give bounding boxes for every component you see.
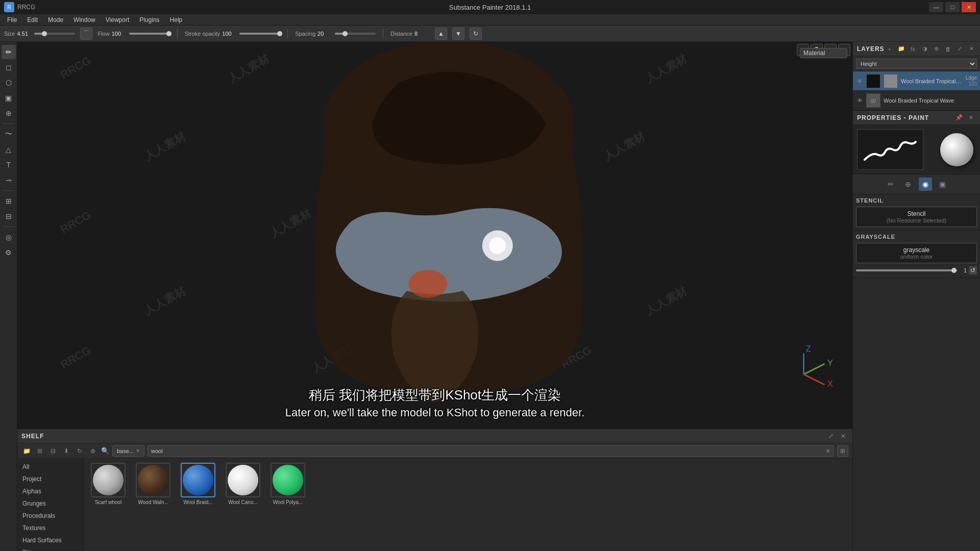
menu-file[interactable]: File — [2, 15, 22, 24]
eyedropper-tool[interactable]: ⊸ — [2, 173, 16, 187]
prop-pin-btn[interactable]: 📌 — [954, 113, 964, 123]
toolbar: Size 4.51 ⌒ Flow 100 Stroke opacity 100 … — [0, 26, 980, 42]
spacing-value: 20 — [317, 31, 333, 37]
brush-settings-btn[interactable]: ⌒ — [80, 28, 92, 40]
layers-expand-btn[interactable]: ⤢ — [955, 44, 965, 54]
search-folder-btn[interactable]: 📁 — [21, 446, 32, 456]
shelf-expand-btn[interactable]: ⤢ — [826, 431, 836, 441]
search-add-btn[interactable]: ⊞ — [35, 446, 45, 456]
shelf-item-wood-label: Wood Waln... — [138, 499, 168, 505]
search-refresh-btn[interactable]: ↻ — [75, 446, 85, 456]
annotation-tool[interactable]: ◎ — [2, 230, 16, 244]
prop-close-btn[interactable]: ✕ — [966, 113, 976, 123]
cat-procedurals[interactable]: Procedurals — [17, 510, 83, 522]
layer-2-info: Wool Braided Tropical Wave — [884, 97, 977, 104]
search-clear-btn[interactable]: ✕ — [825, 447, 830, 455]
grayscale-reset-btn[interactable]: ↺ — [969, 266, 977, 274]
paint-brush-tool[interactable]: ✏ — [2, 45, 16, 59]
layers-folder-btn[interactable]: 📁 — [896, 44, 906, 54]
layers-trash-btn[interactable]: 🗑 — [943, 44, 953, 54]
logo-text: RRCG — [17, 4, 35, 11]
geometric-tool[interactable]: △ — [2, 142, 16, 157]
search-tab-close[interactable]: ✕ — [136, 448, 140, 454]
search-input-wrap[interactable]: ✕ — [148, 445, 834, 457]
shelf-item-scarf[interactable]: Scarf whool — [88, 463, 129, 505]
menu-mode[interactable]: Mode — [43, 15, 68, 24]
layer-1-right: Ldge 100 — [966, 75, 977, 87]
menu-window[interactable]: Window — [68, 15, 101, 24]
layers-fx-btn[interactable]: fx — [908, 44, 918, 54]
search-filter-btn[interactable]: ⊞ — [837, 445, 848, 457]
grayscale-slider[interactable] — [856, 269, 958, 271]
search-tab-base[interactable]: base... ✕ — [112, 445, 144, 457]
layers-close-btn[interactable]: ✕ — [967, 44, 977, 54]
layer-item-1[interactable]: 👁 Wool Braided Tropical Wave Ldge 100 — [853, 71, 980, 91]
flow-slider[interactable] — [129, 33, 170, 35]
distance-group: Distance 8 — [390, 31, 430, 37]
maximize-button[interactable]: □ — [945, 2, 960, 12]
size-slider[interactable] — [34, 33, 75, 35]
flow-label: Flow — [97, 31, 109, 37]
brush-normal-icon[interactable]: ▣ — [936, 178, 949, 191]
transform-tool[interactable]: ⊞ — [2, 194, 16, 208]
cat-project[interactable]: Project — [17, 473, 83, 485]
text-tool[interactable]: T — [2, 158, 16, 172]
brush-lazy[interactable]: ↻ — [470, 28, 482, 40]
menu-edit[interactable]: Edit — [22, 15, 43, 24]
stroke-opacity-slider[interactable] — [239, 33, 280, 35]
search-import-btn[interactable]: ⬇ — [61, 446, 71, 456]
stencil-name: Stencil — [861, 210, 972, 217]
brush-shape-2[interactable]: ▼ — [452, 28, 464, 40]
projection-tool[interactable]: ⬡ — [2, 76, 16, 90]
shelf-close-btn[interactable]: ✕ — [838, 431, 848, 441]
close-button[interactable]: ✕ — [962, 2, 976, 12]
smudge-tool[interactable]: 〜 — [2, 127, 16, 141]
cat-grunges[interactable]: Grunges — [17, 497, 83, 510]
shelf-item-wool-polya[interactable]: Wool Polya... — [267, 463, 308, 505]
viewport[interactable]: RRCG 人人素材 RRCG 人人素材 人人素材 RRCG 人人素材 RRCG … — [17, 42, 852, 429]
search-filter2-btn[interactable]: ⊕ — [88, 446, 98, 456]
spacing-slider[interactable] — [335, 33, 376, 35]
grayscale-label: GRAYSCALE — [856, 234, 977, 240]
menu-plugins[interactable]: Plugins — [134, 15, 164, 24]
layer-item-2[interactable]: 👁 w Wool Braided Tropical Wave — [853, 91, 980, 110]
tool-sep-3 — [3, 227, 15, 227]
layers-copy-btn[interactable]: ⊕ — [932, 44, 942, 54]
shelf-content: All Project Alphas Grunges Procedurals T… — [17, 459, 852, 551]
brush-shape-1[interactable]: ▲ — [435, 28, 447, 40]
material-mode-dropdown[interactable]: Material Base Color Roughness Metallic N… — [800, 48, 847, 58]
settings-tool[interactable]: ⚙ — [2, 245, 16, 260]
fill-tool[interactable]: ▣ — [2, 91, 16, 105]
stencil-label: STENCIL — [856, 197, 977, 204]
cat-alphas[interactable]: Alphas — [17, 485, 83, 497]
menu-help[interactable]: Help — [165, 15, 188, 24]
brush-alpha-icon[interactable]: ⊕ — [901, 178, 915, 191]
shelf-search-bar: 📁 ⊞ ⊟ ⬇ ↻ ⊕ 🔍 base... ✕ ✕ ⊞ — [17, 443, 852, 459]
layer-1-visibility[interactable]: 👁 — [856, 78, 863, 85]
eraser-tool[interactable]: ◻ — [2, 60, 16, 74]
brush-material-icon[interactable]: ◉ — [919, 178, 932, 191]
shelf-item-wool-cano[interactable]: Wool Cano... — [223, 463, 263, 505]
shelf-item-wood[interactable]: Wood Waln... — [133, 463, 174, 505]
cat-filters[interactable]: Filters — [17, 546, 83, 551]
menu-viewport[interactable]: Viewport — [101, 15, 134, 24]
shelf-item-wool-braid[interactable]: Wool Braid... — [178, 463, 218, 505]
cat-all[interactable]: All — [17, 461, 83, 473]
layer-mode-dropdown[interactable]: Height Normal Color Multiply Screen — [856, 59, 977, 69]
clone-tool[interactable]: ⊕ — [2, 106, 16, 120]
cat-textures[interactable]: Textures — [17, 522, 83, 534]
cat-hard-surfaces[interactable]: Hard Surfaces — [17, 534, 83, 546]
grayscale-box[interactable]: grayscale uniform color — [856, 243, 977, 263]
layer-2-visibility[interactable]: 👁 — [856, 97, 863, 104]
layer-1-opacity: 100 — [968, 81, 977, 87]
brush-paint-icon[interactable]: ✏ — [884, 178, 897, 191]
layers-add-btn[interactable]: + — [885, 44, 895, 54]
search-grid-btn[interactable]: ⊟ — [48, 446, 58, 456]
stencil-box[interactable]: Stencil (No Resource Selected) — [856, 207, 977, 227]
layers-mask-btn[interactable]: ◑ — [920, 44, 930, 54]
shelf-item-scarf-thumb — [91, 463, 126, 497]
minimize-button[interactable]: — — [929, 2, 943, 12]
crop-tool[interactable]: ⊟ — [2, 209, 16, 223]
search-input[interactable] — [151, 448, 823, 454]
layers-title: LAYERS — [857, 45, 885, 53]
